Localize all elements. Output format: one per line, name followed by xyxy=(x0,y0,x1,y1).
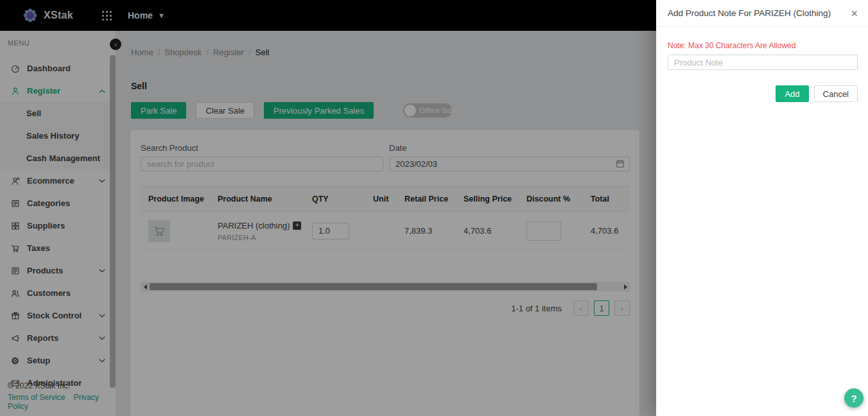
help-button[interactable]: ? xyxy=(844,388,864,408)
add-product-note-drawer: Add Product Note For PARIZEH (Clothing) … xyxy=(656,0,868,416)
add-button[interactable]: Add xyxy=(776,85,808,102)
drawer-header: Add Product Note For PARIZEH (Clothing) … xyxy=(656,0,868,27)
product-note-input[interactable] xyxy=(668,55,858,70)
drawer-title: Add Product Note For PARIZEH (Clothing) xyxy=(668,8,851,18)
note-hint-text: Note: Max 30 Characters Are Allowed xyxy=(668,41,858,50)
drawer-actions: Add Cancel xyxy=(668,85,858,102)
app-window: XStak Home ▼ MENU Dashboard xyxy=(0,0,868,416)
close-icon[interactable]: × xyxy=(851,8,858,19)
drawer-body: Note: Max 30 Characters Are Allowed Add … xyxy=(656,27,868,102)
question-mark-icon: ? xyxy=(851,393,856,404)
cancel-button[interactable]: Cancel xyxy=(814,85,858,102)
